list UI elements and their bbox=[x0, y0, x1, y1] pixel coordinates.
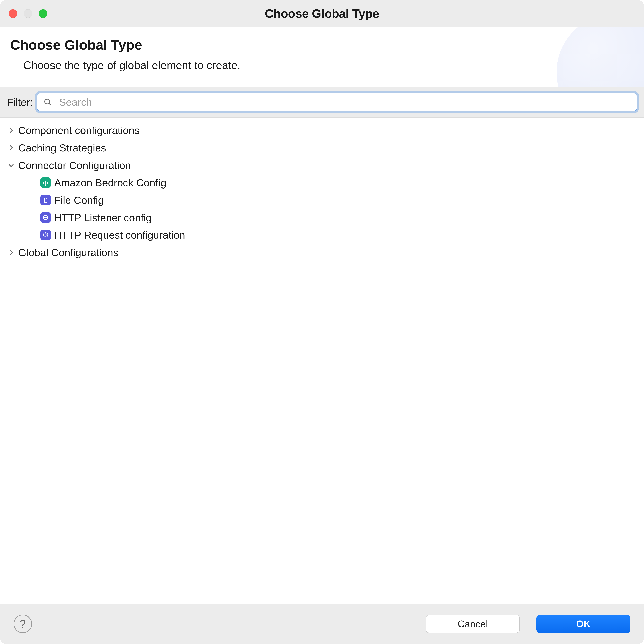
dialog-header: Choose Global Type Choose the type of gl… bbox=[0, 27, 644, 87]
filter-bar: Filter: bbox=[0, 87, 644, 118]
http-listener-icon bbox=[40, 212, 51, 223]
tree-item-http-request-configuration[interactable]: HTTP Request configuration bbox=[2, 226, 642, 244]
category-label: Component configurations bbox=[18, 124, 140, 136]
svg-point-3 bbox=[43, 183, 44, 184]
tree-item-file-config[interactable]: File Config bbox=[2, 191, 642, 209]
category-global-configurations[interactable]: Global Configurations bbox=[2, 244, 642, 261]
window-controls bbox=[9, 0, 47, 27]
chevron-right-icon bbox=[7, 144, 15, 152]
page-subtitle: Choose the type of global element to cre… bbox=[23, 59, 634, 72]
tree-item-amazon-bedrock-config[interactable]: Amazon Bedrock Config bbox=[2, 174, 642, 191]
minimize-window-button[interactable] bbox=[24, 9, 32, 18]
help-button[interactable]: ? bbox=[14, 615, 32, 633]
tree-item-label: File Config bbox=[54, 194, 104, 206]
header-decoration bbox=[557, 27, 644, 87]
close-window-button[interactable] bbox=[9, 9, 17, 18]
svg-point-5 bbox=[45, 184, 46, 185]
category-label: Caching Strategies bbox=[18, 142, 106, 154]
chevron-right-icon bbox=[7, 126, 15, 134]
svg-point-4 bbox=[47, 183, 48, 184]
category-label: Global Configurations bbox=[18, 247, 118, 258]
tree-item-label: HTTP Request configuration bbox=[54, 229, 185, 241]
cancel-button[interactable]: Cancel bbox=[426, 615, 520, 633]
ok-button[interactable]: OK bbox=[536, 615, 630, 633]
maximize-window-button[interactable] bbox=[39, 9, 47, 18]
window-title: Choose Global Type bbox=[265, 7, 379, 20]
chevron-right-icon bbox=[7, 249, 15, 256]
bedrock-icon bbox=[40, 177, 51, 188]
category-connector-configuration[interactable]: Connector Configuration bbox=[2, 156, 642, 174]
category-caching-strategies[interactable]: Caching Strategies bbox=[2, 139, 642, 156]
svg-point-2 bbox=[45, 180, 46, 181]
file-icon bbox=[40, 195, 51, 205]
tree-item-label: Amazon Bedrock Config bbox=[54, 177, 166, 189]
tree-item-label: HTTP Listener config bbox=[54, 212, 152, 224]
chevron-down-icon bbox=[7, 161, 15, 169]
titlebar: Choose Global Type bbox=[0, 0, 644, 27]
dialog-window: Choose Global Type Choose Global Type Ch… bbox=[0, 0, 644, 644]
filter-label: Filter: bbox=[7, 96, 33, 108]
search-wrapper bbox=[37, 93, 637, 111]
type-tree[interactable]: Component configurations Caching Strateg… bbox=[0, 118, 644, 604]
search-input[interactable] bbox=[37, 93, 637, 111]
category-component-configurations[interactable]: Component configurations bbox=[2, 122, 642, 139]
tree-item-http-listener-config[interactable]: HTTP Listener config bbox=[2, 209, 642, 226]
page-title: Choose Global Type bbox=[10, 37, 634, 53]
dialog-footer: ? Cancel OK bbox=[0, 604, 644, 644]
http-request-icon bbox=[40, 230, 51, 240]
category-label: Connector Configuration bbox=[18, 159, 131, 171]
